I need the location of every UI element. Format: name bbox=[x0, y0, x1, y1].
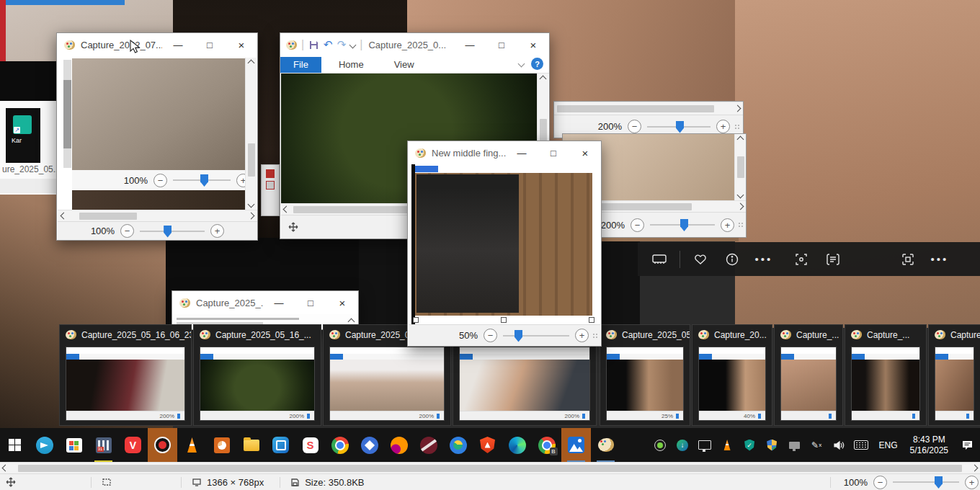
edge-icon[interactable] bbox=[502, 428, 532, 462]
zoom-in-button[interactable]: + bbox=[716, 120, 730, 133]
minimize-button[interactable]: — bbox=[162, 33, 194, 56]
scroll-thumb[interactable] bbox=[18, 465, 962, 472]
zoom-out-button[interactable]: − bbox=[873, 476, 887, 489]
maximize-button[interactable]: □ bbox=[194, 33, 226, 56]
file-explorer-icon[interactable] bbox=[236, 428, 266, 462]
tab-file[interactable]: File bbox=[280, 57, 321, 73]
minimize-button[interactable]: — bbox=[263, 291, 295, 314]
maximize-button[interactable]: □ bbox=[538, 141, 569, 164]
resize-grip[interactable] bbox=[738, 222, 744, 228]
close-button[interactable]: × bbox=[326, 291, 358, 314]
help-button[interactable]: ? bbox=[531, 58, 543, 70]
recorder-tray-icon[interactable] bbox=[649, 428, 672, 462]
zoom-out-button[interactable]: − bbox=[628, 120, 641, 133]
close-button[interactable]: × bbox=[569, 141, 601, 164]
action-center-icon[interactable] bbox=[954, 428, 980, 462]
vivaldi-icon[interactable]: V bbox=[118, 428, 148, 462]
pen-input-icon[interactable]: ✎x bbox=[806, 428, 828, 462]
microsoft-store-icon[interactable] bbox=[59, 428, 89, 462]
redo-button[interactable]: ↷ bbox=[337, 38, 347, 51]
maxthon-icon[interactable] bbox=[266, 428, 295, 462]
firefox-icon[interactable] bbox=[384, 428, 414, 462]
back-horizontal-scrollbar[interactable] bbox=[0, 462, 980, 473]
ribbon-collapse-icon[interactable] bbox=[518, 61, 525, 68]
shield-browser-icon[interactable] bbox=[355, 428, 384, 462]
volume-icon[interactable] bbox=[828, 428, 850, 462]
zoom-in-button[interactable]: + bbox=[210, 224, 224, 238]
titlebar[interactable]: Capture_2022_07... — □ × bbox=[57, 33, 257, 56]
smallpdf-icon[interactable]: S bbox=[295, 428, 325, 462]
touch-keyboard-icon[interactable] bbox=[850, 428, 873, 462]
photos-icon[interactable] bbox=[561, 428, 591, 462]
maximize-button[interactable]: □ bbox=[295, 291, 326, 314]
resize-grip[interactable] bbox=[734, 124, 740, 130]
save-button[interactable] bbox=[308, 40, 319, 50]
cent-browser-icon[interactable] bbox=[443, 428, 473, 462]
chrome-beta-icon[interactable]: B bbox=[532, 428, 561, 462]
taskbar-preview[interactable]: Capture_... bbox=[845, 324, 927, 426]
paint-taskbar-icon[interactable] bbox=[591, 428, 620, 462]
zoom-slider[interactable] bbox=[503, 335, 569, 337]
zoom-slider[interactable] bbox=[893, 481, 959, 483]
taskbar-preview[interactable]: Capture_... bbox=[928, 324, 980, 426]
selection-handle[interactable] bbox=[589, 317, 594, 323]
desktop-shortcut-icon[interactable]: ↗ bbox=[13, 115, 32, 134]
zoom-slider[interactable] bbox=[140, 231, 205, 232]
zoom-slider[interactable] bbox=[650, 224, 715, 226]
vertical-scrollbar[interactable] bbox=[734, 134, 746, 200]
selection-handle[interactable] bbox=[413, 317, 419, 323]
undo-button[interactable]: ↷ bbox=[324, 38, 333, 51]
horizontal-scrollbar[interactable] bbox=[554, 102, 743, 115]
quick-access-dropdown-icon[interactable] bbox=[349, 41, 357, 48]
vlc-tray-icon[interactable] bbox=[716, 428, 739, 462]
zoom-in-button[interactable]: + bbox=[575, 329, 589, 342]
taskbar-preview[interactable]: Capture_2025_05_16_06_23... 200% bbox=[59, 324, 192, 426]
close-button[interactable]: × bbox=[226, 33, 257, 56]
visual-search-icon[interactable] bbox=[785, 243, 817, 276]
maximize-button[interactable]: □ bbox=[486, 33, 517, 56]
zoom-slider[interactable] bbox=[647, 126, 710, 128]
info-icon[interactable] bbox=[716, 243, 748, 276]
more-options-icon[interactable]: ••• bbox=[748, 243, 780, 276]
chrome-icon[interactable] bbox=[325, 428, 355, 462]
zoom-out-button[interactable]: − bbox=[120, 224, 134, 238]
resize-grip[interactable] bbox=[592, 333, 598, 339]
zoom-in-button[interactable]: + bbox=[721, 218, 734, 232]
tab-view[interactable]: View bbox=[383, 57, 426, 73]
text-actions-icon[interactable] bbox=[817, 243, 849, 276]
impress-icon[interactable] bbox=[207, 428, 236, 462]
tab-home[interactable]: Home bbox=[327, 57, 375, 73]
network-display-icon[interactable] bbox=[694, 428, 716, 462]
vertical-scrollbar[interactable] bbox=[245, 58, 257, 210]
more-options-icon[interactable]: ••• bbox=[924, 243, 956, 276]
horizontal-scrollbar[interactable] bbox=[58, 210, 257, 221]
titlebar[interactable]: Capture_2025_... — □ × bbox=[172, 291, 358, 314]
clock[interactable]: 8:43 PM 5/16/2025 bbox=[904, 435, 954, 456]
screen-recorder-icon[interactable] bbox=[148, 428, 177, 462]
close-button[interactable]: × bbox=[517, 33, 549, 56]
vlc-icon[interactable] bbox=[177, 428, 207, 462]
taskbar-preview[interactable]: Capture_20... 40% bbox=[692, 324, 772, 426]
zoom-out-button[interactable]: − bbox=[484, 329, 497, 342]
display-icon[interactable] bbox=[783, 428, 806, 462]
titlebar[interactable]: | ↷ ↷ | Capture_2025_0... — □ × bbox=[280, 33, 549, 56]
zoom-in-button[interactable]: + bbox=[965, 476, 979, 489]
filmstrip-icon[interactable] bbox=[643, 243, 675, 276]
telegram-icon[interactable] bbox=[30, 428, 59, 462]
idm-icon[interactable]: ↓ bbox=[672, 428, 694, 462]
titlebar[interactable]: New middle fing... — □ × bbox=[408, 141, 601, 164]
selection-handle[interactable] bbox=[501, 317, 507, 323]
media-player-classic-icon[interactable]: 31 bbox=[89, 428, 118, 462]
zoom-out-button[interactable]: − bbox=[631, 218, 644, 232]
favorite-icon[interactable] bbox=[685, 243, 716, 276]
defender-icon[interactable]: ✓ bbox=[761, 428, 783, 462]
taskbar-preview[interactable]: Capture_... bbox=[774, 324, 843, 426]
language-indicator[interactable]: ENG bbox=[873, 440, 904, 450]
brave-icon[interactable] bbox=[473, 428, 502, 462]
security-shield-icon[interactable]: ✓ bbox=[739, 428, 761, 462]
fullscreen-icon[interactable] bbox=[892, 243, 924, 276]
taskbar-preview[interactable]: Capture_2025_05... 25% bbox=[600, 324, 690, 426]
start-button[interactable] bbox=[0, 428, 30, 462]
antivirus-icon[interactable] bbox=[414, 428, 443, 462]
scroll-right-arrow[interactable] bbox=[971, 465, 979, 472]
